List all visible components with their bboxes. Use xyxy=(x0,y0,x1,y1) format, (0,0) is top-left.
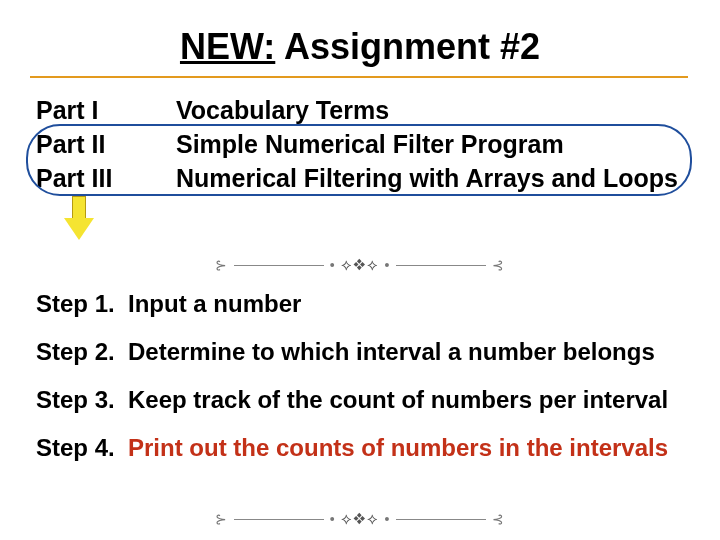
title-underline xyxy=(30,76,688,78)
step-text: Input a number xyxy=(128,290,686,318)
parts-row: Part II Simple Numerical Filter Program xyxy=(36,128,686,162)
step-label: Step 1. xyxy=(36,290,128,318)
title-new: NEW: xyxy=(180,26,275,67)
step-text: Determine to which interval a number bel… xyxy=(128,338,686,366)
ornament-divider: ⊱• ⟡❖⟡ •⊰ xyxy=(0,256,720,274)
ornament-divider: ⊱• ⟡❖⟡ •⊰ xyxy=(0,510,720,528)
step-label: Step 3. xyxy=(36,386,128,414)
part-desc: Simple Numerical Filter Program xyxy=(176,128,686,162)
step-text: Keep track of the count of numbers per i… xyxy=(128,386,686,414)
part-label: Part I xyxy=(36,94,176,128)
step-row: Step 3. Keep track of the count of numbe… xyxy=(36,386,686,414)
parts-list: Part I Vocabulary Terms Part II Simple N… xyxy=(36,94,686,195)
step-row: Step 4. Print out the counts of numbers … xyxy=(36,434,686,462)
part-desc: Numerical Filtering with Arrays and Loop… xyxy=(176,162,686,196)
step-row: Step 1. Input a number xyxy=(36,290,686,318)
part-desc: Vocabulary Terms xyxy=(176,94,686,128)
part-label: Part II xyxy=(36,128,176,162)
slide: NEW: Assignment #2 Part I Vocabulary Ter… xyxy=(0,0,720,540)
slide-title: NEW: Assignment #2 xyxy=(0,26,720,68)
down-arrow-icon xyxy=(64,196,94,242)
step-label: Step 4. xyxy=(36,434,128,462)
title-rest: Assignment #2 xyxy=(275,26,540,67)
steps-list: Step 1. Input a number Step 2. Determine… xyxy=(36,290,686,482)
step-text: Print out the counts of numbers in the i… xyxy=(128,434,686,462)
parts-row: Part I Vocabulary Terms xyxy=(36,94,686,128)
part-label: Part III xyxy=(36,162,176,196)
parts-row: Part III Numerical Filtering with Arrays… xyxy=(36,162,686,196)
step-label: Step 2. xyxy=(36,338,128,366)
step-row: Step 2. Determine to which interval a nu… xyxy=(36,338,686,366)
